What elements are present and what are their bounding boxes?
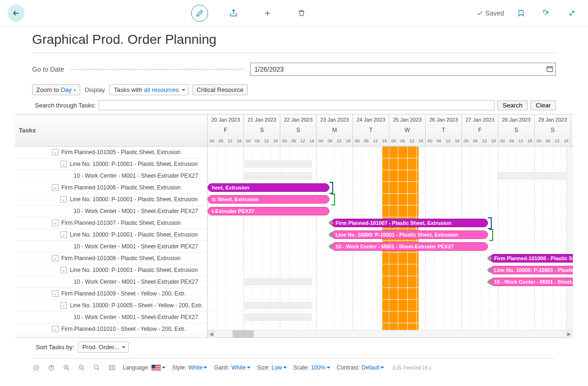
header-hour: 00 [280,136,289,146]
gantt-row [208,147,573,158]
collapse-button[interactable] [563,5,580,22]
task-row[interactable]: ⌄Firm Planned-101006 - Plastic Sheet, Ex… [15,182,207,194]
header-dayname: S [498,125,535,135]
task-row[interactable]: ⌄Line No. 10000: P-10001 - Plastic Sheet… [15,229,207,241]
bookmark-button[interactable] [512,5,529,22]
gantt-bar[interactable]: t-Extruder PEX27 [208,207,329,215]
display-select[interactable]: Tasks with all resources [109,84,188,95]
contrast-select[interactable]: Default [361,364,384,371]
expander-icon[interactable]: ⌄ [60,267,67,273]
expander-icon[interactable]: ⌄ [52,220,59,226]
task-row[interactable]: ⌄Line No. 10000: P-10001 - Plastic Sheet… [15,264,207,276]
search-button[interactable]: Search [497,100,528,110]
horizontal-scrollbar[interactable]: ◀ ▶ [208,330,573,337]
share-button[interactable] [225,5,242,22]
header-dayname: S [280,125,317,135]
scroll-right-arrow[interactable]: ▶ [565,330,573,338]
link-bracket [329,182,333,194]
expander-icon[interactable]: ⌄ [60,302,67,309]
expander-icon[interactable]: ⌄ [52,326,59,332]
critical-resource-button[interactable]: Critical Resource [193,84,248,95]
header-date: 21 Jan 2023 [244,115,280,125]
gantt-row [208,312,573,323]
header-hour: 12 [335,136,344,146]
header-hour: 06 [362,136,371,146]
task-row[interactable]: 10 - Work Center - M001 - Sheet-Extruder… [15,241,207,253]
task-row[interactable]: 10 - Work Center - M001 - Sheet-Extruder… [15,312,207,323]
search-input[interactable] [99,100,495,110]
sort-select[interactable]: Prod. Order... [78,342,129,353]
task-row[interactable]: ⌄Firm Planned-101008 - Plastic Sheet, Ex… [15,253,207,264]
language-select[interactable] [151,365,166,371]
delete-button[interactable] [293,5,310,22]
zoom-prefix: Zoom to [36,86,59,93]
zoom-out-icon[interactable] [77,363,86,372]
columns-icon[interactable] [108,363,116,372]
gantt-bar[interactable]: Line No. 10000: P-10001 - Plastic Sheet,… [490,266,573,274]
popout-button[interactable] [538,5,555,22]
task-label: Firm Planned-101005 - Plastic Sheet, Ext… [61,149,181,156]
task-row[interactable]: ⌄Firm Planned-101005 - Plastic Sheet, Ex… [15,147,207,158]
header-dayname: S [535,125,571,135]
zoom-fit-icon[interactable] [92,363,101,372]
placeholder-bar [244,278,312,286]
header-hour: 12 [371,136,380,146]
task-row[interactable]: ⌄Firm Planned-101010 - Sheet - Yellow - … [15,323,207,335]
task-row[interactable]: ⌄Line No. 10000: P-10001 - Plastic Sheet… [15,194,207,205]
expander-icon[interactable]: ⌄ [60,161,67,167]
flag-us-icon [151,365,161,371]
svg-rect-7 [113,365,115,370]
header-hour: 00 [426,136,435,146]
gantt-row: heet, Extrusion [208,182,573,194]
task-row[interactable]: 10 - Work Center - M001 - Sheet-Extruder… [15,276,207,288]
task-label: Firm Planned-101007 - Plastic Sheet, Ext… [61,220,181,226]
zoom-button[interactable]: Zoom to Day ▾ [32,84,80,95]
task-row[interactable]: 10 - Work Center - M001 - Sheet-Extruder… [15,170,207,182]
gantt-bar[interactable]: Firm Planned-101008 - Plastic Sheet, Ext… [490,254,573,263]
gantt-bar[interactable]: ic Sheet, Extrusion [208,195,329,204]
expander-icon[interactable]: ⌄ [60,196,67,203]
dotted-fill [71,69,244,70]
collapse-all-icon[interactable] [47,363,56,372]
zoom-value: Day [61,86,72,93]
gantt-bar[interactable]: Line No. 10000: P-10001 - Plastic Sheet,… [331,230,488,239]
expander-icon[interactable]: ⌄ [52,255,59,262]
edit-button[interactable] [191,5,208,22]
header-hour: 12 [480,136,489,146]
gantt-bar[interactable]: heet, Extrusion [208,183,329,192]
gantt-bar[interactable]: Firm Planned-101007 - Plastic Sheet, Ext… [331,219,488,227]
scale-select[interactable]: 100% [311,364,330,371]
expand-all-icon[interactable] [32,363,41,372]
tasks-column-header: Tasks [15,115,207,147]
back-button[interactable] [8,5,25,22]
clear-button[interactable]: Clear [530,100,556,110]
gantt-row: 10 - Work Center - M001 - Sheet-Extruder… [208,241,573,253]
vertical-scrollbar[interactable] [566,147,573,330]
goto-date-input[interactable]: 1/26/2023 [250,63,556,76]
scroll-thumb[interactable] [233,330,254,337]
expander-icon[interactable]: ⌄ [52,290,59,297]
expander-icon[interactable]: ⌄ [60,231,67,238]
expander-icon[interactable]: ⌄ [52,184,59,191]
task-row[interactable]: 10 - Work Center - M001 - Sheet-Extruder… [15,205,207,217]
header-hour: 06 [289,136,298,146]
task-row[interactable]: ⌄Line No. 10000: P-10005 - Sheet - Yello… [15,300,207,312]
scroll-left-arrow[interactable]: ◀ [208,330,215,338]
style-select[interactable]: White [188,364,208,371]
gantt-row: Line No. 10000: P-10001 - Plastic Sheet,… [208,229,573,241]
size-select[interactable]: Low [272,364,287,371]
zoom-in-icon[interactable] [62,363,71,372]
header-dayname [571,125,573,135]
header-hour: 18 [235,136,244,146]
gantt-bar[interactable]: 10 - Work Center - M001 - Sheet-Extruder… [490,278,573,286]
gantt-style-select[interactable]: White [231,364,251,371]
sort-label: Sort Tasks by: [36,344,74,351]
task-row[interactable]: ⌄Firm Planned-101009 - Sheet - Yellow - … [15,288,207,300]
expander-icon[interactable]: ⌄ [52,149,59,156]
task-row[interactable]: ⌄Firm Planned-101007 - Plastic Sheet, Ex… [15,217,207,229]
task-row[interactable]: ⌄Line No. 10000: P-10001 - Plastic Sheet… [15,158,207,170]
calendar-icon[interactable] [546,65,554,74]
gantt-bar[interactable]: 10 - Work Center - M001 - Sheet-Extruder… [331,242,488,251]
add-button[interactable] [259,5,276,22]
header-date: 30 [571,115,573,125]
